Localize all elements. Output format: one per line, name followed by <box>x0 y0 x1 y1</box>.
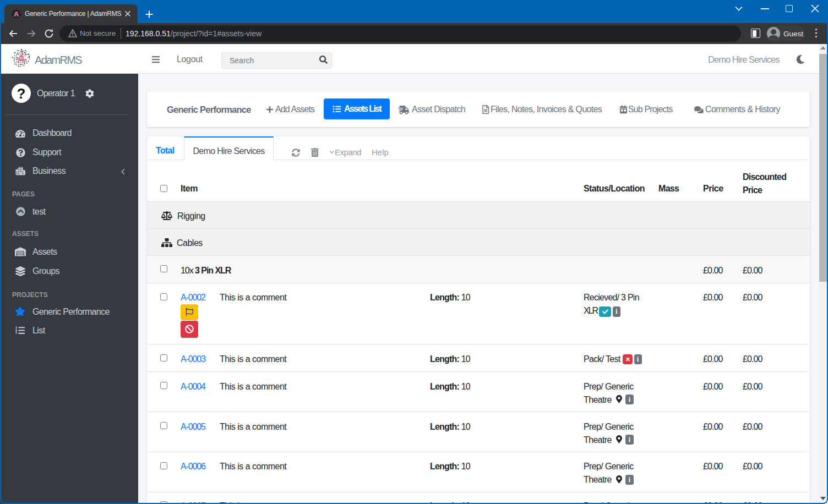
svg-text:A: A <box>14 10 19 18</box>
